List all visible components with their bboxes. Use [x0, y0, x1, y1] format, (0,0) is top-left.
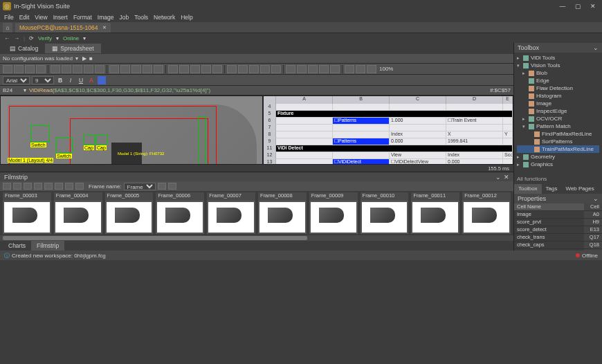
cell[interactable]	[390, 125, 446, 131]
menu-edit[interactable]: Edit	[19, 14, 30, 21]
refresh-icon[interactable]: ⟳	[29, 35, 34, 42]
record-button[interactable]	[55, 183, 63, 190]
home-icon[interactable]: ⌂	[3, 23, 12, 33]
table-row[interactable]: 11ViDi Detect	[264, 145, 513, 152]
tree-node[interactable]: ▸Graphics	[517, 161, 599, 168]
toolbar-button[interactable]	[14, 65, 24, 73]
toolbar-button[interactable]	[212, 65, 222, 73]
toolbar-button[interactable]	[3, 65, 12, 73]
cell[interactable]	[503, 118, 513, 125]
spreadsheet-tab[interactable]: ▦Spreadsheet	[45, 44, 100, 53]
play-button[interactable]	[24, 183, 32, 190]
col-c[interactable]: C	[390, 96, 446, 104]
settings-button[interactable]	[75, 183, 84, 190]
tree-node[interactable]: Image	[517, 100, 599, 107]
play-icon[interactable]: ▶	[82, 55, 86, 62]
prev-frame-button[interactable]	[13, 183, 21, 190]
menu-image[interactable]: Image	[98, 14, 114, 21]
cell[interactable]	[333, 104, 390, 111]
col-d[interactable]: D	[446, 96, 503, 104]
cell[interactable]: Index	[446, 152, 503, 159]
frame-thumbnail[interactable]: Frame_00008	[258, 192, 307, 234]
col-a[interactable]: A	[276, 96, 333, 104]
table-row[interactable]: 6☐Patterns1.000☐Train Event	[264, 118, 513, 125]
frame-thumbnail[interactable]: Frame_00003	[3, 192, 51, 234]
italic-button[interactable]: I	[66, 76, 75, 84]
toolbar-button[interactable]	[308, 65, 318, 73]
property-row[interactable]: check_capsQ18	[514, 242, 602, 249]
toolbar-button[interactable]	[286, 65, 295, 73]
table-row[interactable]: 5Fixture	[264, 111, 513, 118]
menu-network[interactable]: Network	[154, 14, 175, 21]
tree-node[interactable]: ▾Pattern Match	[517, 122, 599, 130]
cell[interactable]	[333, 152, 390, 159]
table-row[interactable]: 4	[264, 104, 513, 111]
toolbar-button[interactable]	[73, 65, 82, 73]
toolbar-button[interactable]	[95, 65, 104, 73]
table-row[interactable]: 9☐Patterns0.0001999.841	[264, 138, 513, 145]
cell[interactable]	[276, 159, 333, 164]
forward-icon[interactable]: →	[14, 35, 19, 42]
menu-help[interactable]: Help	[181, 14, 192, 21]
toolbar-button[interactable]	[190, 65, 200, 73]
toolbar-button[interactable]	[84, 65, 93, 73]
cell[interactable]	[390, 104, 446, 111]
toolbar-button[interactable]	[51, 65, 60, 73]
tree-node[interactable]: ▸OCV/OCR	[517, 115, 599, 122]
image-view[interactable]: Switch Switch Cap Cap Cap Model 1 (Strin…	[0, 95, 263, 165]
cell[interactable]	[276, 118, 333, 125]
properties-grid[interactable]: Cell NameCellImageA0score_prvtH9score_de…	[514, 203, 602, 251]
cell[interactable]	[503, 104, 513, 111]
tree-node[interactable]: InspectEdge	[517, 107, 599, 115]
cell[interactable]: 0.000	[390, 138, 446, 145]
close-button[interactable]: ✕	[590, 3, 596, 10]
cell[interactable]: Index	[390, 131, 446, 138]
tree-node[interactable]: TrainPatMaxRedLine	[517, 145, 599, 153]
config-dropdown-icon[interactable]: ▾	[75, 55, 78, 62]
first-frame-button[interactable]	[3, 183, 11, 190]
cell-reference[interactable]: B24	[3, 87, 24, 93]
condition-field[interactable]: if:$C$57	[490, 87, 511, 93]
cell[interactable]	[276, 152, 333, 159]
table-row[interactable]: 13☐ViDiDetect☐ViDiDetectView0.000	[264, 159, 513, 164]
cell[interactable]: 1.000	[390, 118, 446, 125]
frame-thumbnail[interactable]: Frame_00007	[207, 192, 255, 234]
delete-frame-button[interactable]	[168, 183, 176, 190]
toolbar-button[interactable]	[143, 65, 152, 73]
property-row[interactable]: ImageA0	[514, 211, 602, 219]
fill-color-button[interactable]	[98, 76, 106, 84]
cell[interactable]	[333, 131, 390, 138]
close-panel-icon[interactable]: ✕	[504, 174, 509, 181]
frame-thumbnail[interactable]: Frame_00005	[105, 192, 154, 234]
cell[interactable]: 1999.841	[446, 138, 503, 145]
tree-node[interactable]: SortPatterns	[517, 138, 599, 145]
zoom-level[interactable]: 100%	[379, 66, 393, 72]
cell[interactable]	[503, 159, 513, 164]
underline-button[interactable]: U	[77, 76, 85, 84]
frame-thumbnail[interactable]: Frame_00006	[156, 192, 204, 234]
bold-button[interactable]: B	[56, 76, 64, 84]
online-dropdown-icon[interactable]: ▾	[83, 35, 86, 42]
toolbar-button[interactable]	[227, 65, 237, 73]
table-row[interactable]: 7	[264, 125, 513, 131]
cell[interactable]	[276, 131, 333, 138]
toolbar-button[interactable]	[131, 65, 141, 73]
scrollbar-thumb[interactable]	[3, 236, 307, 240]
cell[interactable]	[446, 104, 503, 111]
menu-file[interactable]: File	[4, 14, 14, 21]
menu-insert[interactable]: Insert	[53, 14, 68, 21]
cell[interactable]: 0.000	[446, 159, 503, 164]
cell[interactable]	[276, 138, 333, 145]
verify-dropdown-icon[interactable]: ▾	[56, 35, 59, 42]
tree-node[interactable]: Flaw Detection	[517, 84, 599, 92]
last-frame-button[interactable]	[44, 183, 53, 190]
frame-thumbnail[interactable]: Frame_00010	[361, 192, 409, 234]
cell[interactable]	[333, 125, 390, 131]
back-icon[interactable]: ←	[4, 35, 10, 42]
tree-node[interactable]: Edge	[517, 77, 599, 84]
tree-node[interactable]: ▸ViDi Tools	[517, 54, 599, 62]
cell[interactable]: Y	[503, 131, 513, 138]
menu-tools[interactable]: Tools	[134, 14, 148, 21]
toolbar-button[interactable]	[356, 65, 365, 73]
toolbar-button[interactable]	[367, 65, 376, 73]
